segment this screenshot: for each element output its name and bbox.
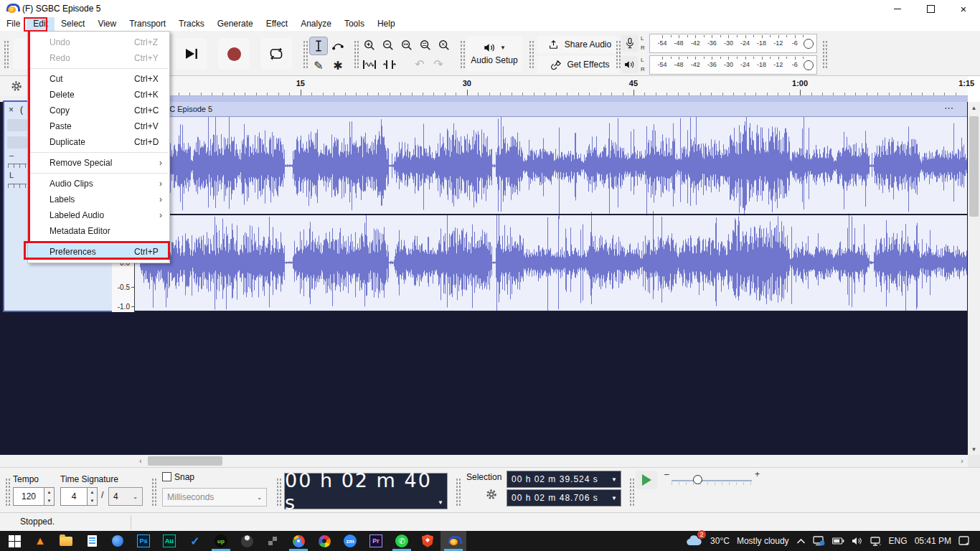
time-signature-spinner[interactable]: ▲▼ <box>88 487 98 506</box>
menubar-item-effect[interactable]: Effect <box>260 17 294 31</box>
taskbar-whatsapp[interactable]: ✆ <box>389 531 415 551</box>
meter-toolbar-grip[interactable] <box>615 39 621 68</box>
audio-setup-button[interactable]: ▼ Audio Setup <box>466 36 522 72</box>
mute-button[interactable] <box>7 119 27 131</box>
temperature-text[interactable]: 30°C <box>710 536 730 546</box>
solo-button[interactable] <box>7 136 27 149</box>
track-name-fragment[interactable]: ( <box>20 105 23 115</box>
selection-tool-button[interactable] <box>309 37 328 55</box>
taskbar-chrome[interactable] <box>286 531 311 551</box>
taskbar-tasks-app[interactable]: ✓ <box>182 531 208 551</box>
draw-tool-button[interactable]: ✎ <box>309 56 328 75</box>
horizontal-scrollbar[interactable]: ‹ › <box>0 455 968 467</box>
time-signature-upper-input[interactable]: 4 <box>60 487 88 506</box>
menubar-item-view[interactable]: View <box>91 17 123 31</box>
get-effects-button[interactable]: Get Effects <box>537 56 618 73</box>
time-format-caret[interactable]: ▼ <box>438 499 443 506</box>
stereo-waveform[interactable] <box>135 117 967 311</box>
taskbar-utility-app[interactable] <box>260 531 286 551</box>
playback-speed-slider[interactable] <box>672 480 752 481</box>
taskbar-document-app[interactable] <box>79 531 105 551</box>
language-indicator[interactable]: ENG <box>889 536 908 546</box>
menubar-item-tools[interactable]: Tools <box>338 17 371 31</box>
taskbar-premiere[interactable]: Pr <box>363 531 389 551</box>
scroll-down-button[interactable]: ▼ <box>968 443 980 455</box>
selection-start-field[interactable]: 00 h 02 m 39.524 s ▼ <box>507 471 621 488</box>
taskbar-file-explorer[interactable] <box>53 531 79 551</box>
record-meter-mic-button[interactable] <box>621 34 639 52</box>
zoom-in-button[interactable] <box>360 36 379 54</box>
transport-toolbar-grip[interactable] <box>3 39 9 68</box>
selection-end-caret[interactable]: ▼ <box>611 495 618 501</box>
snap-checkbox[interactable] <box>162 472 171 481</box>
time-signature-lower-select[interactable]: 4⌄ <box>108 487 143 506</box>
horizontal-scroll-thumb[interactable] <box>148 456 222 466</box>
zoom-toggle-button[interactable] <box>435 36 453 54</box>
share-toolbar-grip[interactable] <box>528 39 534 68</box>
audio-position-display[interactable]: 00 h 02 m 40 s ▼ <box>284 473 448 509</box>
audio-setup-grip[interactable] <box>459 39 465 68</box>
vertical-scroll-thumb[interactable] <box>969 116 979 217</box>
battery-icon[interactable] <box>832 537 844 545</box>
menubar-item-file[interactable]: File <box>0 17 27 31</box>
menubar-item-select[interactable]: Select <box>55 17 91 31</box>
timeline-loop-band[interactable] <box>32 96 968 102</box>
scroll-left-button[interactable]: ‹ <box>135 455 146 467</box>
snap-grip[interactable] <box>151 477 156 506</box>
network-icon[interactable] <box>870 537 882 546</box>
trim-audio-button[interactable] <box>360 55 379 73</box>
zoom-out-button[interactable] <box>379 36 397 54</box>
taskbar-brave[interactable] <box>415 531 440 551</box>
tempo-input[interactable]: 120 <box>13 487 44 506</box>
menubar-item-tracks[interactable]: Tracks <box>172 17 211 31</box>
taskbar-upwork[interactable]: up <box>208 531 234 551</box>
timeline-ruler[interactable]: 1530451:001:15 <box>32 76 968 96</box>
menubar-item-transport[interactable]: Transport <box>123 17 172 31</box>
selection-options-button[interactable] <box>485 488 498 504</box>
menu-item-audio-clips[interactable]: Audio Clips› <box>28 176 169 192</box>
taskbar-audacity[interactable] <box>440 531 466 551</box>
selection-grip[interactable] <box>455 477 461 506</box>
track-close-button[interactable]: × <box>9 105 14 115</box>
pan-slider[interactable] <box>8 184 27 188</box>
selection-start-caret[interactable]: ▼ <box>611 476 618 483</box>
menu-item-labels[interactable]: Labels› <box>28 192 169 207</box>
menubar-item-help[interactable]: Help <box>371 17 402 31</box>
menubar-item-analyze[interactable]: Analyze <box>294 17 338 31</box>
play-to-end-button[interactable] <box>176 38 207 70</box>
clock[interactable]: 05:41 PM <box>915 536 951 546</box>
weather-condition-text[interactable]: Mostly cloudy <box>737 536 789 546</box>
screen-share-icon[interactable] <box>813 536 825 546</box>
time-grip[interactable] <box>275 477 281 506</box>
tempo-spinner[interactable]: ▲▼ <box>44 487 55 506</box>
snap-mode-select[interactable]: Milliseconds⌄ <box>162 488 267 507</box>
playback-meter[interactable]: LR-54-48-42-36-30-24-18-12-6 <box>641 55 817 75</box>
fit-project-button[interactable] <box>416 36 435 54</box>
menu-item-delete[interactable]: DeleteCtrl+K <box>28 87 169 103</box>
share-audio-button[interactable]: Share Audio <box>537 36 618 53</box>
speed-slider-thumb[interactable] <box>693 475 702 484</box>
taskbar-recorder-app[interactable] <box>234 531 260 551</box>
tray-chevron-up-icon[interactable] <box>796 538 806 545</box>
maximize-button[interactable] <box>914 0 947 17</box>
record-button[interactable] <box>218 38 250 70</box>
multi-tool-button[interactable]: ✱ <box>329 56 347 75</box>
scroll-right-button[interactable]: › <box>956 455 968 467</box>
volume-icon[interactable] <box>852 537 863 545</box>
scroll-up-button[interactable]: ▲ <box>968 102 980 113</box>
menu-item-copy[interactable]: CopyCtrl+C <box>28 103 169 118</box>
menu-item-metadata-editor[interactable]: Metadata Editor <box>28 223 169 239</box>
clip-menu-icon[interactable]: ⋯ <box>944 103 954 113</box>
taskbar-vlc[interactable]: ▲ <box>27 531 53 551</box>
playback-meter-speaker-button[interactable] <box>621 56 639 73</box>
silence-audio-button[interactable] <box>380 55 399 73</box>
taskbar-start-button[interactable] <box>1 531 27 551</box>
selection-end-field[interactable]: 00 h 02 m 48.706 s ▼ <box>507 489 621 507</box>
taskbar-photoshop[interactable]: Ps <box>131 531 156 551</box>
taskbar-photoscape[interactable] <box>311 531 337 551</box>
gain-slider[interactable] <box>8 164 27 168</box>
clip-header[interactable]: SGBC Episode 5 ⋯ <box>135 102 967 117</box>
notification-center-icon[interactable] <box>958 536 970 546</box>
menu-item-labeled-audio[interactable]: Labeled Audio› <box>28 207 169 223</box>
taskbar-zoom-app[interactable]: zm <box>337 531 363 551</box>
